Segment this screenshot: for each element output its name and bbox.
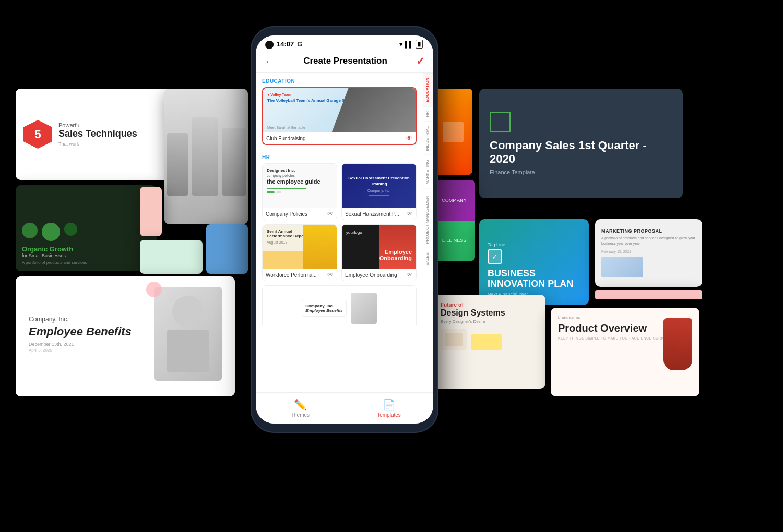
phone-screen: 14:07 G ▾ ▌▌ ▮ ← Create Presentation ✓: [256, 35, 433, 424]
design-systems-sub: Every Designer's Desire: [441, 319, 538, 324]
phone-device: 14:07 G ▾ ▌▌ ▮ ← Create Presentation ✓: [251, 26, 438, 433]
pink-rect-decoration: [140, 187, 162, 236]
eo-eye-icon[interactable]: 👁: [407, 271, 413, 279]
side-tabs-panel: EDUCATION HR INDUSTRIAL MARKETING PROJEC…: [423, 73, 433, 270]
eo-logo-text: yourlogo: [346, 230, 362, 235]
app-header: ← Create Presentation ✓: [256, 51, 433, 73]
company-policies-template[interactable]: Designest Inc. company policies the empl…: [262, 163, 337, 220]
business-innovation-title: BUSINESS INNOVATION PLAN: [488, 268, 580, 289]
bottom-nav: ✏️ Themes 📄 Templates: [256, 392, 433, 424]
employee-onboarding-template[interactable]: yourlogo EmployeeOnboarding Employee Onb…: [341, 224, 417, 281]
check-button[interactable]: ✓: [416, 55, 425, 67]
sales-techniques-card: 5 Powerful Sales Techniques That work: [16, 89, 172, 180]
tab-education[interactable]: EDUCATION: [423, 73, 433, 106]
cp-thumb: Designest Inc. company policies the empl…: [263, 164, 337, 208]
tab-project-management[interactable]: PROJECT MANAGEMENT: [423, 189, 433, 248]
themes-icon: ✏️: [294, 398, 307, 411]
nav-templates[interactable]: 📄 Templates: [345, 398, 433, 418]
status-icons-group: ▾ ▌▌ ▮: [399, 40, 423, 49]
club-fundraising-thumb: ● Volley Team The Volleyball Team's Annu…: [263, 88, 416, 132]
sexual-harassment-template[interactable]: Sexual Harassment Prevention Training Co…: [341, 163, 417, 220]
wf-eye-icon[interactable]: 👁: [327, 271, 334, 279]
cf-eye-icon[interactable]: 👁: [406, 135, 412, 142]
tab-industrial[interactable]: INDUSTRIAL: [423, 122, 433, 155]
design-systems-title: Design Systems: [441, 308, 538, 318]
orange-strip-card: [433, 89, 472, 175]
battery-icon: ▮: [416, 40, 423, 49]
nav-themes[interactable]: ✏️ Themes: [256, 398, 345, 418]
phone-outer-shell: 14:07 G ▾ ▌▌ ▮ ← Create Presentation ✓: [251, 26, 438, 433]
google-icon: G: [297, 40, 302, 48]
signal-icon: ▌▌: [405, 41, 413, 48]
tab-sales[interactable]: SALES: [423, 248, 433, 270]
green-rect-decoration: [140, 240, 203, 274]
bi-tagline: Tag Line: [488, 242, 580, 247]
hr-section-label: HR: [256, 149, 433, 163]
sh-name: Sexual Harassment P...: [345, 211, 399, 217]
company-sales-card: Company Sales 1st Quarter - 2020 Finance…: [479, 89, 683, 198]
eo-name: Employee Onboarding: [345, 272, 397, 278]
future-design-label: Future of: [441, 302, 538, 308]
status-time: 14:07: [277, 40, 294, 48]
club-fundraising-template[interactable]: ● Volley Team The Volleyball Team's Annu…: [262, 87, 417, 145]
tab-marketing[interactable]: MARKETING: [423, 155, 433, 189]
sales-tagline: That work: [58, 141, 137, 147]
team-photo-card: [164, 89, 248, 224]
eb-date: December 13th, 2021: [29, 342, 132, 347]
templates-scroll[interactable]: EDUCATION ● Volley Team The Volleyball T…: [256, 73, 433, 325]
company-name: Company, Inc.: [29, 316, 132, 323]
pink-bar-decoration: [595, 290, 702, 299]
hrb-thumb: Company, Inc.Employee Benefits: [263, 286, 416, 325]
blue-rect-decoration: [206, 224, 248, 274]
app-title: Create Presentation: [303, 56, 387, 66]
sales-subtitle: Powerful: [58, 122, 137, 128]
design-systems-card: Future of Design Systems Every Designer'…: [433, 295, 545, 389]
sh-thumb: Sexual Harassment Prevention Training Co…: [342, 164, 416, 208]
eo-thumb: yourlogo EmployeeOnboarding: [342, 225, 416, 269]
wf-name: Workforce Performa...: [266, 272, 317, 278]
wf-thumb: Semi-AnnualPerformance Report August 201…: [263, 225, 337, 269]
organic-title: Organic Growth: [22, 245, 150, 253]
hr-templates-grid: Designest Inc. company policies the empl…: [256, 163, 423, 285]
templates-label: Templates: [377, 412, 401, 418]
sh-eye-icon[interactable]: 👁: [407, 210, 413, 217]
green-rect-logo: [490, 112, 511, 132]
sales-main-title: Sales Techniques: [58, 128, 137, 139]
themes-label: Themes: [291, 412, 310, 418]
education-section-label: EDUCATION: [256, 73, 433, 87]
phone-camera: [265, 41, 274, 49]
purple-green-strip: COMP ANY E LE NESS: [433, 180, 475, 261]
back-button[interactable]: ←: [264, 55, 275, 67]
cp-eye-icon[interactable]: 👁: [327, 210, 334, 217]
templates-icon: 📄: [383, 398, 396, 411]
marketing-proposal-card: MARKETING PROPOSAL A portfolio of produc…: [595, 219, 702, 287]
tab-hr[interactable]: HR: [423, 106, 433, 122]
cp-name: Company Policies: [266, 211, 307, 217]
marketing-proposal-title: MARKETING PROPOSAL: [601, 228, 696, 234]
product-overview-card: brandname. Product Overview KEEP THINGS …: [551, 308, 699, 396]
organic-growth-card: Organic Growth for Small Businesses A po…: [16, 185, 157, 271]
organic-sub: for Small Businesses: [22, 253, 150, 258]
eo-title-text: EmployeeOnboarding: [379, 249, 412, 261]
status-bar: 14:07 G ▾ ▌▌ ▮: [256, 35, 433, 51]
employee-benefits-title: Employee Benefits: [29, 325, 132, 338]
company-sales-title: Company Sales 1st Quarter - 2020: [490, 139, 672, 166]
wifi-icon: ▾: [399, 41, 402, 48]
hex-number: 5: [23, 120, 52, 149]
company-sales-sub: Finance Template: [490, 169, 672, 175]
business-innovation-card: Tag Line ✓ BUSINESS INNOVATION PLAN Next…: [479, 219, 589, 305]
workforce-template[interactable]: Semi-AnnualPerformance Report August 201…: [262, 224, 337, 281]
cf-name: Club Fundraising: [266, 136, 306, 141]
employee-benefits-card: Company, Inc. Employee Benefits December…: [16, 276, 235, 396]
hr-benefits-template[interactable]: Company, Inc.Employee Benefits HR Benefi…: [262, 285, 417, 325]
